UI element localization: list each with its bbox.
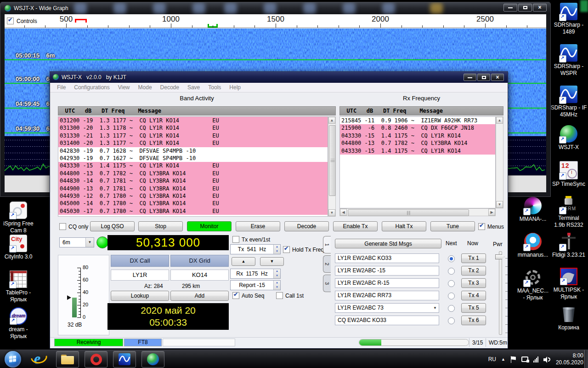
start-button[interactable] [5,351,21,368]
network-icon[interactable] [521,356,528,362]
next-radio-3[interactable] [448,280,455,287]
band-activity-row[interactable]: 044930 -12 0.7 1780 ~ CQ LY3BRA KO14 EU [58,192,328,200]
auto-seq-checkbox[interactable]: Auto Seq [232,292,264,299]
band-activity-row[interactable]: 044800 -13 0.7 1782 ~ CQ LY3BRA KO14 EU [58,170,328,177]
chevron-down-icon[interactable]: ▼ [433,304,437,312]
desktop-icon-tablepro-ярлык[interactable]: TablePro - Ярлык [0,270,37,303]
wide-graph-titlebar[interactable]: WSJT-X - Wide Graph × [0,2,550,14]
next-radio-4[interactable] [448,293,455,299]
rx-frequency-row[interactable]: 043330 -15 1.4 1175 ~ CQ LY1R KO14 [340,147,495,155]
dx-grid-header[interactable]: DX Grid [170,255,229,267]
report-spinner[interactable]: Report -15 ▲▼ [230,280,281,290]
desktop-icon-cityinfo-3-0[interactable]: CityCityInfo 3.0 [0,235,37,260]
rx-frequency-vscrollbar[interactable]: ▲ ▼ [496,116,503,208]
desktop-icon-ispring-free-cam-8[interactable]: iSpring Free Cam 8 [0,201,37,234]
tx-freq-spinner[interactable]: Tx 541 Hz ▲▼ [230,244,281,254]
rx-frequency-row[interactable]: 215900 -6 0.8 2460 ~ CQ DX F6GCP JN18 [340,124,495,132]
spinner-arrows-icon[interactable]: ▲▼ [273,281,280,290]
chevron-down-icon[interactable]: ▼ [85,238,94,247]
cq-only-checkbox[interactable]: CQ only [59,223,88,230]
log-qso-button[interactable]: Log QSO [90,221,135,231]
minimize-button[interactable] [503,4,517,12]
maximize-button[interactable] [518,4,532,12]
band-activity-row[interactable]: 042830 -19 0.7 1628 ~ DF5VAE SP4MPB -10 [58,147,328,155]
tx-up-button[interactable]: ▲ [232,257,255,266]
band-activity-row[interactable]: 043330 -15 1.4 1175 ~ CQ LY1R KO14 EU [58,162,328,169]
opera-taskbar-button[interactable] [85,351,107,368]
frequency-scale[interactable]: Controls 5001000150020002500 [5,14,546,28]
tx-message-field-5[interactable]: LY1R EW2ABC 73▼ [335,303,439,313]
rx-frequency-row[interactable]: 044800 -13 0.7 1782 ~ CQ LY3BRA KO14 [340,139,495,147]
tab-3[interactable]: 3 [323,275,331,292]
monitor-button[interactable]: Monitor [187,221,232,231]
spinner-arrows-icon[interactable]: ▲▼ [273,269,280,278]
dx-call-field[interactable]: LY1R [111,270,169,281]
pwr-slider[interactable] [499,251,502,335]
desktop-icon-sdrsharp-1489[interactable]: SDRSharp - 1489 [549,3,588,35]
dx-call-header[interactable]: DX Call [111,255,169,267]
band-activity-row[interactable]: 031330 -21 1.3 1177 ~ CQ LY1R KO14 EU [58,132,328,139]
add-button[interactable]: Add [170,291,229,301]
band-activity-row[interactable]: 031300 -20 1.3 1178 ~ CQ LY1R KO14 EU [58,124,328,132]
desktop-icon-корзина[interactable]: Корзина [549,305,588,331]
rx-freq-spinner[interactable]: Rx 1175 Hz ▲▼ [230,269,281,279]
rx-frequency-hscrollbar[interactable]: ◀ ▶ [339,208,496,216]
erase-button[interactable]: Erase [236,221,280,231]
desktop-icon-fldigi-3-23-21[interactable]: Fldigi 3.23.21 [549,233,588,259]
next-radio-1[interactable] [448,255,455,262]
call-1st-checkbox[interactable]: Call 1st [276,292,304,299]
tx-6-button[interactable]: Tx 6 [461,316,486,325]
tray-language[interactable]: RU [488,356,496,362]
next-radio-2[interactable] [448,268,455,275]
tx-message-field-4[interactable]: LY1R EW2ABC RR73 [335,291,439,300]
tx-message-field-6[interactable]: CQ EW2ABC KO33 [335,316,439,325]
tray-expand-icon[interactable]: ▲ [501,357,505,362]
tune-button[interactable]: Tune [430,221,475,231]
show-desktop-button[interactable] [584,350,588,368]
desktop-icon-mmanarus[interactable]: mmanarus... [514,233,552,259]
signal-strength-icon[interactable] [533,356,538,362]
ie-taskbar-icon[interactable]: e [29,351,51,368]
wsjtx-taskbar-button[interactable] [141,351,164,368]
band-activity-list[interactable]: 031200 -19 1.3 1177 ~ CQ LY1R KO14 EU031… [58,116,328,217]
pwr-slider-handle[interactable] [495,254,504,259]
rx-frequency-row[interactable]: 043330 -15 1.4 1175 ~ CQ LY1R KO14 [340,132,495,139]
tray-clock[interactable]: 8:00 20.05.2020 [556,352,583,366]
band-activity-row[interactable]: 044900 -13 0.7 1781 ~ CQ LY3BRA KO14 EU [58,185,328,192]
generate-std-msgs-button[interactable]: Generate Std Msgs [335,239,441,248]
tx-message-field-3[interactable]: LY1R EW2ABC R-15 [335,278,439,288]
desktop-icon-mmana[interactable]: MMANA-... [514,197,552,223]
band-activity-row[interactable]: 044830 -14 0.7 1781 ~ CQ LY3BRA KO14 EU [58,177,328,184]
band-activity-row[interactable]: 031400 -20 1.3 1177 ~ CQ LY1R KO14 EU [58,139,328,147]
tab-2[interactable]: 2 [323,255,331,273]
tx-2-button[interactable]: Tx 2 [461,266,486,276]
tx-down-button[interactable]: ▼ [260,257,284,266]
dx-grid-field[interactable]: KO14 [170,270,229,281]
band-activity-row[interactable]: 031200 -19 1.3 1177 ~ CQ LY1R KO14 EU [58,117,328,124]
desktop-icon-multipsk-ярлык[interactable]: MULTIPSK - Ярлык [549,268,588,300]
desktop-icon-terminal-1-9b-rs232[interactable]: TERMTerminal 1.9b RS232 [549,196,588,229]
volume-icon[interactable] [543,356,551,362]
decode-button[interactable]: Decode [284,221,329,231]
tx-message-field-2[interactable]: LY1R EW2ABC -15 [335,266,439,276]
halt-tx-button[interactable]: Halt Tx [382,221,426,231]
desktop-icon-sdrsharp-wspr[interactable]: SDRSharp - WSPR [549,44,588,77]
enable-tx-button[interactable]: Enable Tx [333,221,378,231]
tx-5-button[interactable]: Tx 5 [461,303,486,313]
desktop-icon-dream-ярлык[interactable]: dreamdream - Ярлык [0,307,37,340]
tx-4-button[interactable]: Tx 4 [461,291,486,300]
next-radio-5[interactable] [448,305,455,312]
tab-1[interactable]: 1 [323,236,331,253]
rx-frequency-row[interactable]: 215845 -11 0.9 1906 ~ IZ1ERW A92HK RR73 [340,117,495,124]
band-activity-row[interactable]: 042930 -19 0.7 1627 ~ DF5VAE SP4MPB -10 [58,155,328,162]
band-selector[interactable]: 6m ▼ [59,237,94,247]
tx-3-button[interactable]: Tx 3 [461,278,486,288]
action-center-flag-icon[interactable] [510,356,516,363]
tx-1-button[interactable]: Tx 1 [461,253,486,263]
frequency-display[interactable]: 50,313 000 [107,235,229,250]
controls-checkbox[interactable] [7,17,14,24]
desktop-icon-wsjt-x[interactable]: WSJT-X [549,125,588,151]
stop-button[interactable]: Stop [138,221,183,231]
spinner-arrows-icon[interactable]: ▲▼ [273,245,280,254]
rx-frequency-list[interactable]: 215845 -11 0.9 1906 ~ IZ1ERW A92HK RR732… [339,116,496,208]
